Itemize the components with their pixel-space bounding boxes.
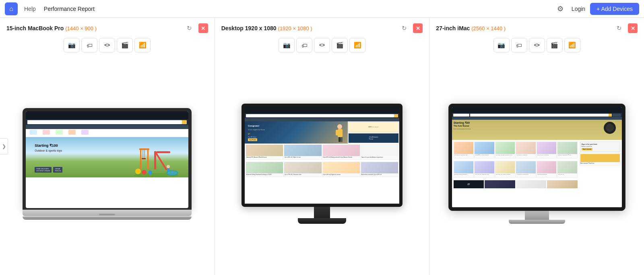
imac-screenshot: Starting ₹49 The Auto Bazaar Car accesso… xyxy=(452,107,622,207)
nav-links: Help Performance Report xyxy=(24,6,547,12)
svg-rect-9 xyxy=(142,158,146,159)
close-desktop-button[interactable]: ✕ xyxy=(413,23,423,33)
login-button[interactable]: Login xyxy=(572,6,585,12)
device-panel-macbook: 15-inch MacBook Pro (1440 × 900 ) ↻ ✕ 📷 … xyxy=(0,18,215,275)
code-desktop-button[interactable]: <> xyxy=(314,38,330,52)
svg-rect-18 xyxy=(338,129,343,137)
app-logo[interactable]: ⌂ xyxy=(5,2,18,15)
nav-right-actions: ⚙ Login + Add Devices xyxy=(554,2,639,15)
device-header-desktop: Desktop 1920 x 1080 (1920 × 1080 ) ↻ ✕ xyxy=(221,23,423,34)
macbook-frame-area: Starting ₹100 Outdoor & sports toys FREE… xyxy=(6,57,208,270)
top-navigation: ⌂ Help Performance Report ⚙ Login + Add … xyxy=(0,0,644,18)
svg-rect-7 xyxy=(142,150,143,158)
toolbar-macbook: 📷 🏷 <> 🎬 📶 xyxy=(6,38,208,52)
record-macbook-button[interactable]: 🎬 xyxy=(117,38,133,52)
desktop-screenshot: Congrats! You're eligible for Prime $7 T… xyxy=(245,107,399,204)
desktop-frame-area: Congrats! You're eligible for Prime $7 T… xyxy=(221,57,423,270)
device-panel-imac: 27-inch iMac (2560 × 1440 ) ↻ ✕ 📷 🏷 <> 🎬… xyxy=(429,18,644,275)
record-desktop-button[interactable]: 🎬 xyxy=(332,38,348,52)
svg-point-10 xyxy=(135,169,141,174)
record-imac-button[interactable]: 🎬 xyxy=(547,38,563,52)
monitor-frame-desktop: Congrats! You're eligible for Prime $7 T… xyxy=(242,104,402,224)
macbook-screenshot: Starting ₹100 Outdoor & sports toys FREE… xyxy=(26,111,188,208)
main-content: ❯ 15-inch MacBook Pro (1440 × 900 ) ↻ ✕ … xyxy=(0,18,644,275)
network-imac-button[interactable]: 📶 xyxy=(564,38,580,52)
inspect-macbook-button[interactable]: 🏷 xyxy=(81,38,97,52)
svg-rect-4 xyxy=(140,149,141,169)
code-macbook-button[interactable]: <> xyxy=(99,38,115,52)
svg-point-13 xyxy=(167,165,170,168)
close-imac-button[interactable]: ✕ xyxy=(628,23,638,33)
svg-rect-5 xyxy=(147,149,149,169)
screenshot-macbook-button[interactable]: 📷 xyxy=(64,38,80,52)
device-title-desktop: Desktop 1920 x 1080 (1920 × 1080 ) xyxy=(221,25,312,31)
svg-point-12 xyxy=(148,171,152,175)
svg-rect-19 xyxy=(336,130,338,135)
device-header-macbook: 15-inch MacBook Pro (1440 × 900 ) ↻ ✕ xyxy=(6,23,208,34)
screenshot-desktop-button[interactable]: 📷 xyxy=(279,38,295,52)
imac-device-frame: Starting ₹49 The Auto Bazaar Car accesso… xyxy=(448,104,625,224)
inspect-desktop-button[interactable]: 🏷 xyxy=(296,38,312,52)
network-desktop-button[interactable]: 📶 xyxy=(349,38,365,52)
device-desktop-actions: ↻ ✕ xyxy=(398,23,423,34)
screenshot-imac-button[interactable]: 📷 xyxy=(493,38,510,52)
laptop-frame-macbook: Starting ₹100 Outdoor & sports toys FREE… xyxy=(23,108,192,220)
svg-rect-6 xyxy=(139,148,149,150)
gear-icon: ⚙ xyxy=(557,4,564,13)
svg-rect-20 xyxy=(339,137,341,142)
add-devices-button[interactable]: + Add Devices xyxy=(590,3,639,15)
network-macbook-button[interactable]: 📶 xyxy=(134,38,151,52)
close-macbook-button[interactable]: ✕ xyxy=(198,23,208,33)
imac-stand xyxy=(448,211,625,224)
device-panel-desktop: Desktop 1920 x 1080 (1920 × 1080 ) ↻ ✕ 📷… xyxy=(215,18,430,275)
svg-rect-2 xyxy=(156,151,170,153)
logo-icon: ⌂ xyxy=(9,5,13,12)
device-macbook-actions: ↻ ✕ xyxy=(184,23,208,34)
refresh-desktop-button[interactable]: ↻ xyxy=(398,23,410,34)
svg-rect-8 xyxy=(144,150,145,158)
collapse-sidebar-button[interactable]: ❯ xyxy=(0,138,8,154)
device-imac-actions: ↻ ✕ xyxy=(613,23,638,34)
svg-line-3 xyxy=(156,153,166,169)
help-link[interactable]: Help xyxy=(24,6,36,12)
devices-grid: 15-inch MacBook Pro (1440 × 900 ) ↻ ✕ 📷 … xyxy=(0,18,644,275)
chevron-left-icon: ❯ xyxy=(2,144,6,149)
device-header-imac: 27-inch iMac (2560 × 1440 ) ↻ ✕ xyxy=(436,23,638,34)
toolbar-imac: 📷 🏷 <> 🎬 📶 xyxy=(436,38,638,52)
refresh-macbook-button[interactable]: ↻ xyxy=(184,23,195,34)
device-title-imac: 27-inch iMac (2560 × 1440 ) xyxy=(436,25,506,31)
imac-frame-area: Starting ₹49 The Auto Bazaar Car accesso… xyxy=(436,57,638,270)
svg-point-17 xyxy=(337,124,342,129)
toolbar-desktop: 📷 🏷 <> 🎬 📶 xyxy=(221,38,423,52)
svg-point-11 xyxy=(142,170,147,175)
inspect-imac-button[interactable]: 🏷 xyxy=(511,38,527,52)
refresh-imac-button[interactable]: ↻ xyxy=(613,23,625,34)
device-title-macbook: 15-inch MacBook Pro (1440 × 900 ) xyxy=(6,25,97,31)
code-imac-button[interactable]: <> xyxy=(529,38,545,52)
monitor-stand xyxy=(242,207,402,224)
performance-report-link[interactable]: Performance Report xyxy=(44,6,95,12)
settings-button[interactable]: ⚙ xyxy=(554,2,567,15)
svg-rect-21 xyxy=(341,137,343,142)
